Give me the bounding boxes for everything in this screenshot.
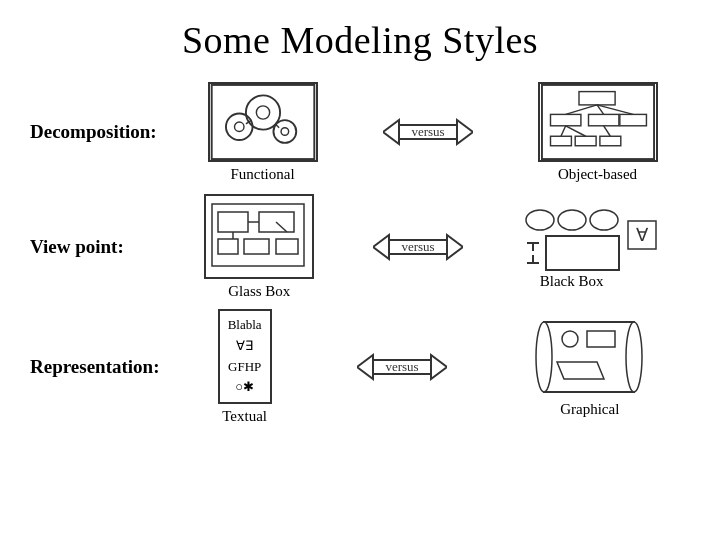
svg-marker-37 — [373, 235, 389, 259]
textual-box: Blabla ∀∃ GFHP ○✱ — [218, 309, 272, 404]
black-box-group: Black Box ∀ — [522, 205, 661, 290]
svg-rect-55 — [544, 322, 634, 392]
svg-marker-39 — [447, 235, 463, 259]
svg-rect-23 — [599, 136, 620, 146]
svg-point-41 — [526, 210, 554, 230]
svg-text:versus: versus — [411, 124, 444, 139]
svg-rect-16 — [588, 114, 618, 125]
representation-label: Representation: — [30, 356, 175, 378]
svg-marker-51 — [357, 355, 373, 379]
graphical-diagram: Graphical — [532, 317, 647, 418]
svg-point-57 — [626, 322, 642, 392]
glass-box-label: Glass Box — [228, 283, 290, 300]
svg-point-42 — [558, 210, 586, 230]
svg-text:versus: versus — [401, 239, 434, 254]
graphical-label: Graphical — [560, 401, 619, 418]
black-box-label: Black Box — [540, 273, 604, 290]
svg-point-43 — [590, 210, 618, 230]
versus-3: versus — [357, 345, 447, 390]
svg-rect-21 — [550, 136, 571, 146]
decomposition-label: Decomposition: — [30, 121, 175, 143]
svg-marker-11 — [457, 120, 473, 144]
page-title: Some Modeling Styles — [0, 0, 720, 72]
textual-diagram: Blabla ∀∃ GFHP ○✱ Textual — [218, 309, 272, 425]
decomposition-row: Decomposition: Function — [30, 72, 690, 192]
functional-diagram: Functional — [208, 82, 318, 183]
svg-marker-53 — [431, 355, 447, 379]
viewpoint-label: View point: — [30, 236, 175, 258]
svg-rect-22 — [575, 136, 596, 146]
viewpoint-diagrams: Glass Box versus — [175, 194, 690, 300]
versus-2: versus — [373, 225, 463, 270]
glass-box-diagram: Glass Box — [204, 194, 314, 300]
black-box-diagram: Black Box — [522, 205, 622, 290]
svg-text:versus: versus — [385, 359, 418, 374]
representation-row: Representation: Blabla ∀∃ GFHP ○✱ Textua… — [30, 307, 690, 427]
svg-rect-17 — [619, 114, 646, 125]
svg-rect-48 — [546, 236, 619, 270]
svg-point-56 — [536, 322, 552, 392]
svg-text:∀: ∀ — [636, 225, 649, 245]
object-based-label: Object-based — [558, 166, 637, 183]
representation-diagrams: Blabla ∀∃ GFHP ○✱ Textual versus — [175, 309, 690, 425]
svg-marker-9 — [383, 120, 399, 144]
content-area: Decomposition: Function — [0, 72, 720, 427]
textual-label: Textual — [222, 408, 267, 425]
decomposition-diagrams: Functional versus — [175, 82, 690, 183]
svg-rect-14 — [579, 91, 615, 104]
object-based-diagram: Object-based — [538, 82, 658, 183]
versus-1: versus — [383, 110, 473, 155]
viewpoint-row: View point: — [30, 187, 690, 307]
svg-rect-15 — [550, 114, 580, 125]
functional-label: Functional — [230, 166, 294, 183]
